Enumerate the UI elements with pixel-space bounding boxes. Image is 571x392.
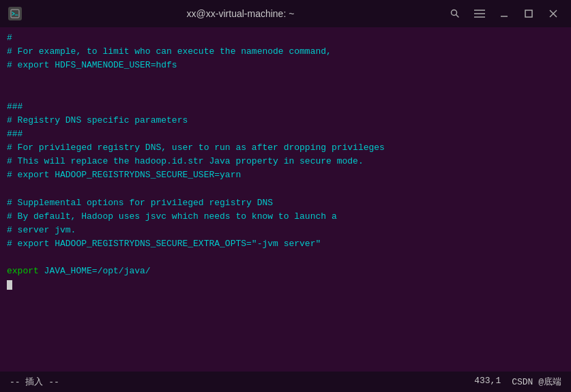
svg-rect-8 xyxy=(525,10,532,17)
statusbar: -- 插入 -- 433,1 CSDN @底端 xyxy=(0,372,571,392)
statusbar-right: 433,1 CSDN @底端 xyxy=(474,376,561,388)
terminal-line: # xyxy=(7,31,564,45)
terminal-line: # This will replace the hadoop.id.str Ja… xyxy=(7,155,564,168)
terminal-line xyxy=(7,279,564,292)
terminal-line: ### xyxy=(7,127,564,141)
svg-line-3 xyxy=(456,15,459,18)
terminal-line: # export HADOOP_REGISTRYDNS_SECURE_USER=… xyxy=(7,168,564,182)
maximize-icon[interactable] xyxy=(519,4,538,23)
terminal-line: # For example, to limit who can execute … xyxy=(7,45,564,59)
terminal-line xyxy=(7,251,564,265)
terminal-line: # Supplemental options for privileged re… xyxy=(7,196,564,210)
titlebar: xx@xx-virtual-machine: ~ xyxy=(0,0,571,27)
terminal-content[interactable]: ## For example, to limit who can execute… xyxy=(0,27,571,372)
terminal-line: # export HADOOP_REGISTRYDNS_SECURE_EXTRA… xyxy=(7,237,564,251)
terminal-line: # server jvm. xyxy=(7,224,564,237)
search-icon[interactable] xyxy=(445,4,465,23)
terminal-line: # For privileged registry DNS, user to r… xyxy=(7,141,564,155)
window-title: xx@xx-virtual-machine: ~ xyxy=(35,8,445,19)
export-keyword: export xyxy=(7,266,39,276)
terminal-line: export JAVA_HOME=/opt/java/ xyxy=(7,265,564,278)
export-value: JAVA_HOME=/opt/java/ xyxy=(39,266,151,276)
terminal-line xyxy=(7,72,564,86)
app-icon xyxy=(8,7,22,20)
terminal-line: # Registry DNS specific parameters xyxy=(7,114,564,127)
titlebar-controls xyxy=(445,4,563,23)
terminal-line xyxy=(7,87,564,100)
extra-info: CSDN @底端 xyxy=(512,376,561,388)
menu-icon[interactable] xyxy=(470,4,489,23)
cursor-block xyxy=(7,280,12,290)
titlebar-left xyxy=(8,7,35,20)
close-icon[interactable] xyxy=(544,4,563,23)
terminal-line: # By default, Hadoop uses jsvc which nee… xyxy=(7,210,564,224)
minimize-icon[interactable] xyxy=(495,4,514,23)
terminal-line: ### xyxy=(7,100,564,114)
terminal-line xyxy=(7,183,564,196)
vim-mode: -- 插入 -- xyxy=(10,376,59,388)
terminal-line: # export HDFS_NAMENODE_USER=hdfs xyxy=(7,59,564,72)
cursor-position: 433,1 xyxy=(474,376,501,388)
